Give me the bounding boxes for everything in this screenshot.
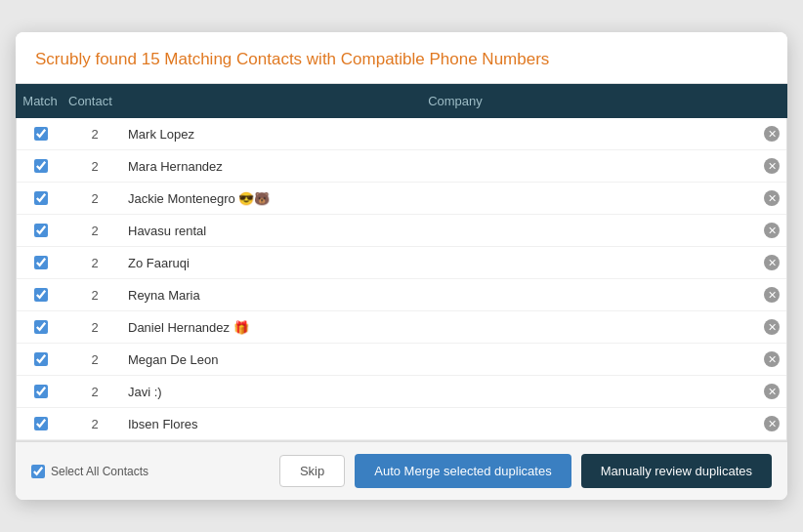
title-prefix: Scrubly found 15	[35, 50, 164, 68]
row-action-cell: ✕	[757, 351, 786, 367]
row-checkbox-cell	[17, 417, 65, 430]
row-checkbox-2[interactable]	[34, 159, 48, 173]
row-action-cell: ✕	[757, 416, 786, 431]
row-action-cell: ✕	[757, 255, 786, 270]
footer: Select All Contacts Skip Auto Merge sele…	[16, 441, 787, 500]
row-checkbox-6[interactable]	[34, 288, 48, 302]
row-action-cell: ✕	[757, 287, 786, 303]
table-header: Match Contact Company	[16, 84, 787, 118]
main-modal: Scrubly found 15 Matching Contacts with …	[16, 32, 787, 500]
row-contact-name: Daniel Hernandez 🎁	[124, 320, 757, 335]
remove-button-3[interactable]: ✕	[764, 190, 780, 206]
row-match-count: 2	[65, 191, 124, 206]
table-row: 2 Mark Lopez ✕	[17, 118, 786, 150]
row-match-count: 2	[65, 385, 124, 399]
table-row: 2 Megan De Leon ✕	[17, 344, 786, 376]
col-header-contact: Contact	[64, 94, 123, 108]
remove-button-6[interactable]: ✕	[764, 287, 780, 303]
remove-button-10[interactable]: ✕	[764, 416, 780, 431]
row-checkbox-cell	[17, 288, 65, 302]
footer-left: Select All Contacts	[31, 465, 270, 478]
modal-title: Scrubly found 15 Matching Contacts with …	[35, 50, 768, 69]
row-action-cell: ✕	[757, 384, 786, 399]
table-row: 2 Jackie Montenegro 😎🐻 ✕	[17, 183, 786, 215]
row-checkbox-8[interactable]	[34, 352, 48, 366]
table-row: 2 Daniel Hernandez 🎁 ✕	[17, 311, 786, 344]
remove-button-9[interactable]: ✕	[764, 384, 780, 399]
row-contact-name: Mara Hernandez	[124, 159, 757, 174]
row-match-count: 2	[65, 288, 124, 303]
remove-button-4[interactable]: ✕	[764, 223, 780, 238]
row-checkbox-5[interactable]	[34, 256, 48, 269]
row-checkbox-10[interactable]	[34, 417, 48, 430]
col-header-company: Company	[123, 94, 787, 108]
row-checkbox-cell	[17, 224, 65, 237]
modal-header: Scrubly found 15 Matching Contacts with …	[16, 32, 787, 84]
row-contact-name: Havasu rental	[124, 224, 757, 238]
remove-button-7[interactable]: ✕	[764, 319, 780, 335]
row-checkbox-7[interactable]	[34, 320, 48, 334]
row-action-cell: ✕	[757, 190, 786, 206]
row-contact-name: Zo Faaruqi	[124, 256, 757, 270]
row-match-count: 2	[65, 417, 124, 431]
remove-button-2[interactable]: ✕	[764, 158, 780, 174]
row-match-count: 2	[65, 256, 124, 270]
row-contact-name: Reyna Maria	[124, 288, 757, 303]
row-checkbox-cell	[17, 159, 65, 173]
skip-button[interactable]: Skip	[279, 455, 345, 487]
row-contact-name: Ibsen Flores	[124, 417, 757, 431]
row-action-cell: ✕	[757, 319, 786, 335]
col-header-match: Match	[16, 94, 64, 108]
contacts-table-body: 2 Mark Lopez ✕ 2 Mara Hernandez ✕ 2 Jack…	[16, 118, 787, 441]
row-contact-name: Jackie Montenegro 😎🐻	[124, 191, 757, 206]
table-row: 2 Reyna Maria ✕	[17, 279, 786, 311]
row-checkbox-9[interactable]	[34, 385, 48, 398]
row-match-count: 2	[65, 127, 124, 142]
row-checkbox-1[interactable]	[34, 127, 48, 141]
row-action-cell: ✕	[757, 158, 786, 174]
row-match-count: 2	[65, 352, 124, 367]
row-contact-name: Javi :)	[124, 385, 757, 399]
table-row: 2 Ibsen Flores ✕	[17, 408, 786, 440]
table-row: 2 Havasu rental ✕	[17, 215, 786, 247]
auto-merge-button[interactable]: Auto Merge selected duplicates	[355, 454, 571, 488]
remove-button-5[interactable]: ✕	[764, 255, 780, 270]
manual-review-button[interactable]: Manually review duplicates	[581, 454, 772, 488]
row-action-cell: ✕	[757, 126, 786, 142]
row-checkbox-cell	[17, 127, 65, 141]
select-all-checkbox[interactable]	[31, 465, 45, 478]
row-match-count: 2	[65, 320, 124, 335]
row-match-count: 2	[65, 224, 124, 238]
remove-button-1[interactable]: ✕	[764, 126, 780, 142]
row-action-cell: ✕	[757, 223, 786, 238]
table-row: 2 Mara Hernandez ✕	[17, 150, 786, 183]
row-checkbox-cell	[17, 385, 65, 398]
table-row: 2 Zo Faaruqi ✕	[17, 247, 786, 279]
row-match-count: 2	[65, 159, 124, 174]
remove-button-8[interactable]: ✕	[764, 351, 780, 367]
row-checkbox-3[interactable]	[34, 191, 48, 205]
row-checkbox-4[interactable]	[34, 224, 48, 237]
select-all-label[interactable]: Select All Contacts	[51, 465, 148, 478]
row-checkbox-cell	[17, 320, 65, 334]
row-checkbox-cell	[17, 352, 65, 366]
row-checkbox-cell	[17, 191, 65, 205]
row-contact-name: Mark Lopez	[124, 127, 757, 142]
title-highlight: Matching Contacts with Compatible Phone …	[164, 50, 549, 68]
row-contact-name: Megan De Leon	[124, 352, 757, 367]
table-row: 2 Javi :) ✕	[17, 376, 786, 408]
row-checkbox-cell	[17, 256, 65, 269]
